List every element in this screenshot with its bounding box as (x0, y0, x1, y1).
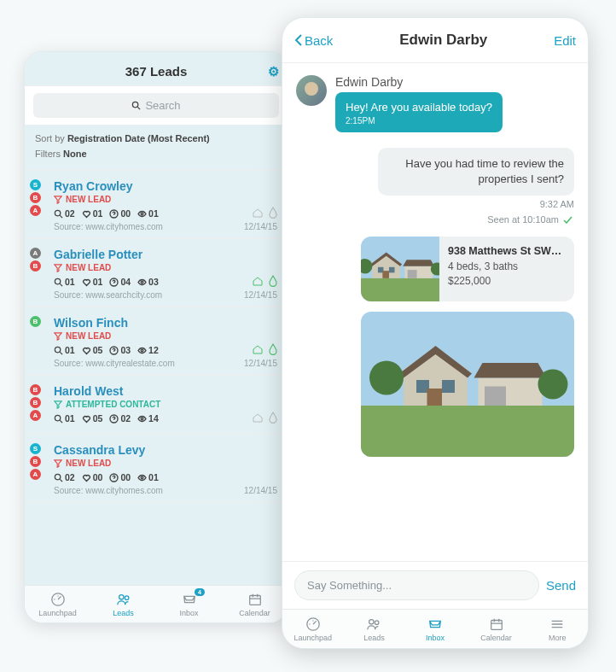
message-input[interactable]: Say Something... (294, 570, 539, 600)
chat-header: Back Edwin Darby Edit (282, 18, 588, 63)
gauge-icon (49, 592, 67, 607)
sort-label: Sort by (35, 133, 65, 143)
lead-status: NEW LEAD (54, 331, 277, 341)
chevron-left-icon (294, 33, 303, 47)
send-button[interactable]: Send (546, 578, 576, 593)
lead-source: Source: www.cityrealestate.com (54, 359, 175, 368)
search-input[interactable]: Search (33, 93, 279, 118)
lead-status: NEW LEAD (54, 459, 277, 468)
search-count-icon (54, 209, 63, 219)
badge-icon: B (30, 192, 41, 203)
lead-metrics: 01 05 03 12 (54, 345, 277, 355)
tab-inbox[interactable]: Inbox (404, 610, 466, 648)
lead-date: 12/14/15 (244, 222, 277, 231)
lead-badges: A B (30, 248, 41, 272)
settings-icon[interactable]: ⚙ (268, 64, 279, 79)
sort-filters[interactable]: Sort by Registration Date (Most Recent) … (25, 125, 288, 171)
lead-badges: B (30, 316, 41, 327)
favorite-count-icon (82, 278, 91, 287)
leads-title: 367 Leads (125, 64, 188, 79)
badge-icon: A (30, 205, 41, 216)
lead-item[interactable]: A B Gabrielle Potter NEW LEAD 01 01 04 0… (25, 239, 288, 307)
message-bubble: Hey! Are you available today? 2:15PM (335, 92, 503, 132)
search-count-icon (54, 278, 63, 287)
tab-launchpad[interactable]: Launchpad (282, 610, 344, 648)
tab-leads[interactable]: Leads (344, 610, 405, 648)
chat-phone: Back Edwin Darby Edit Edwin Darby Hey! A… (282, 17, 589, 649)
back-button[interactable]: Back (294, 33, 333, 48)
search-icon (131, 101, 141, 110)
lead-status: NEW LEAD (54, 263, 277, 272)
badge-icon: S (30, 179, 41, 190)
property-image[interactable] (361, 312, 574, 457)
lead-date: 12/14/15 (244, 359, 277, 368)
house-image (361, 237, 439, 301)
listing-price: $225,000 (448, 274, 561, 289)
drop-icon (267, 412, 279, 424)
filters-label: Filters (35, 149, 61, 159)
lead-type-icons (252, 412, 279, 424)
message-text: Hey! Are you available today? (346, 101, 492, 114)
lead-badges: B B A (30, 384, 41, 421)
lead-metrics: 01 01 04 03 (54, 277, 277, 287)
bottom-tabs: Launchpad Leads Inbox Calendar More (282, 609, 588, 648)
lead-item[interactable]: S B A Ryan Crowley NEW LEAD 02 01 00 01 … (25, 171, 288, 239)
listing-info: 938 Matthews St SW… 4 beds, 3 baths $225… (439, 237, 570, 301)
message-text: Have you had time to review the properti… (405, 157, 564, 185)
home-icon (252, 412, 264, 424)
lead-item[interactable]: B B A Harold West ATTEMPTED CONTACT 01 0… (25, 376, 288, 435)
message-time: 2:15PM (346, 116, 492, 126)
tab-leads[interactable]: Leads (90, 586, 156, 622)
inbox-badge: 4 (195, 588, 205, 596)
badge-icon: A (30, 469, 41, 480)
message-bubble: Have you had time to review the properti… (378, 148, 574, 196)
leads-list: S B A Ryan Crowley NEW LEAD 02 01 00 01 … (25, 171, 288, 585)
listing-card[interactable]: 938 Matthews St SW… 4 beds, 3 baths $225… (361, 237, 574, 301)
more-icon (549, 616, 566, 632)
lead-item[interactable]: S B A Cassandra Levy NEW LEAD 02 00 00 0… (25, 435, 288, 503)
lead-name: Gabrielle Potter (54, 248, 277, 261)
badge-icon: B (30, 260, 41, 272)
funnel-icon (54, 264, 62, 272)
favorite-count-icon (82, 209, 91, 219)
lead-type-icons (252, 343, 279, 355)
search-count-icon (54, 346, 63, 355)
check-icon (562, 215, 572, 224)
avatar[interactable] (296, 75, 327, 106)
lead-status: ATTEMPTED CONTACT (54, 400, 277, 409)
lead-meta: Source: www.cityhomes.com 12/14/15 (54, 222, 277, 231)
sort-value: Registration Date (Most Recent) (67, 133, 210, 143)
lead-source: Source: www.cityhomes.com (54, 222, 163, 231)
lead-source: Source: www.searchcity.com (54, 290, 162, 300)
search-count-icon (54, 473, 63, 482)
lead-item[interactable]: B Wilson Finch NEW LEAD 01 05 03 12 Sour… (25, 307, 288, 376)
tab-inbox[interactable]: 4 Inbox (156, 586, 222, 622)
leads-phone: 367 Leads ⚙ Search Sort by Registration … (24, 51, 288, 623)
leads-header: 367 Leads ⚙ (25, 52, 288, 86)
view-count-icon (137, 473, 147, 482)
question-count-icon (109, 346, 119, 355)
house-image (361, 312, 574, 457)
lead-type-icons (252, 275, 279, 287)
lead-type-icons (252, 207, 279, 219)
tab-more[interactable]: More (526, 610, 588, 648)
drop-icon (267, 207, 279, 219)
home-icon (252, 207, 264, 219)
listing-title: 938 Matthews St SW… (448, 243, 561, 259)
funnel-icon (54, 196, 62, 204)
tab-calendar[interactable]: Calendar (222, 586, 288, 622)
lead-name: Cassandra Levy (54, 443, 277, 457)
funnel-icon (54, 400, 62, 409)
tab-launchpad[interactable]: Launchpad (25, 586, 90, 622)
chat-title: Edwin Darby (399, 32, 487, 49)
lead-metrics: 01 05 02 14 (54, 413, 277, 424)
search-wrap: Search (25, 86, 288, 125)
drop-icon (267, 275, 279, 287)
badge-icon: B (30, 456, 41, 467)
lead-date: 12/14/15 (244, 290, 277, 300)
filters-value: None (63, 149, 87, 159)
edit-button[interactable]: Edit (554, 33, 576, 48)
tab-calendar[interactable]: Calendar (466, 610, 527, 648)
badge-icon: A (30, 248, 41, 259)
view-count-icon (137, 278, 147, 287)
